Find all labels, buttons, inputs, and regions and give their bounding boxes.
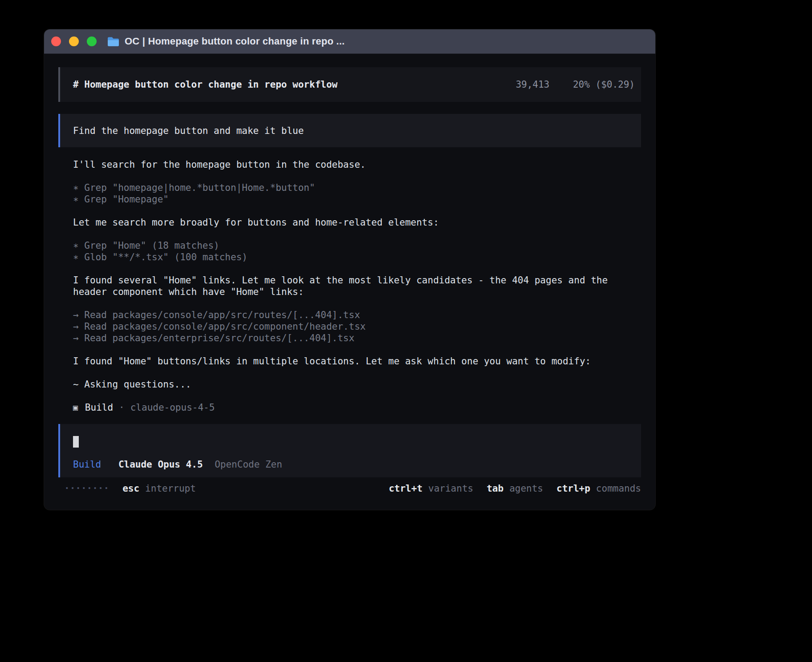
read-tool-call: → Read packages/enterprise/src/routes/[.… <box>73 332 641 344</box>
user-message-text: Find the homepage button and make it blu… <box>73 125 304 137</box>
assistant-text: I found "Home" buttons/links in multiple… <box>73 355 641 367</box>
terminal-window: OC | Homepage button color change in rep… <box>44 29 655 510</box>
commands-hint[interactable]: ctrl+p commands <box>556 483 641 494</box>
text-cursor <box>73 436 79 448</box>
tool-call-group: → Read packages/console/app/src/routes/[… <box>73 309 641 344</box>
session-stats: 39,413 20% ($0.29) <box>516 79 635 90</box>
folder-icon <box>107 36 119 46</box>
input-cursor-line <box>73 436 635 448</box>
agents-hint[interactable]: tab agents <box>487 483 543 494</box>
read-tool-call: → Read packages/console/app/src/componen… <box>73 321 641 332</box>
grep-tool-call: ∗ Grep "Home" (18 matches) <box>73 240 641 251</box>
status-right: ctrl+t variants tab agents ctrl+p comman… <box>389 483 641 494</box>
commands-key: ctrl+p <box>556 483 590 494</box>
agents-key: tab <box>487 483 503 494</box>
tool-call-group: ∗ Grep "homepage|home.*button|Home.*butt… <box>73 182 641 205</box>
window-titlebar[interactable]: OC | Homepage button color change in rep… <box>44 29 655 54</box>
assistant-text: I found several "Home" links. Let me loo… <box>73 274 641 298</box>
status-bar: ········ esc interrupt ctrl+t variants t… <box>58 483 641 494</box>
commands-label: commands <box>596 483 641 494</box>
context-usage: 20% ($0.29) <box>573 79 635 90</box>
agent-icon: ▣ <box>73 402 78 413</box>
asking-questions-status: ~ Asking questions... <box>73 379 641 390</box>
desktop: OC | Homepage button color change in rep… <box>0 0 812 662</box>
agent-info-row: ▣ Build · claude-opus-4-5 <box>73 402 641 413</box>
agent-name: Build <box>85 402 113 413</box>
prompt-input[interactable]: Build Claude Opus 4.5 OpenCode Zen <box>58 424 641 477</box>
grep-tool-call: ∗ Grep "homepage|home.*button|Home.*butt… <box>73 182 641 194</box>
agent-separator: · <box>119 402 125 413</box>
window-title: OC | Homepage button color change in rep… <box>125 36 345 47</box>
user-message: Find the homepage button and make it blu… <box>58 114 641 147</box>
assistant-transcript: I'll search for the homepage button in t… <box>73 159 641 413</box>
grep-tool-call: ∗ Grep "Homepage" <box>73 194 641 205</box>
esc-key[interactable]: esc <box>122 483 139 494</box>
esc-label: interrupt <box>145 483 196 494</box>
provider-label: OpenCode Zen <box>215 459 282 470</box>
agent-model: claude-opus-4-5 <box>130 402 215 413</box>
assistant-text: Let me search more broadly for buttons a… <box>73 217 641 228</box>
tool-call-group: ∗ Grep "Home" (18 matches) ∗ Glob "**/*.… <box>73 240 641 263</box>
window-controls <box>51 36 97 46</box>
spinner-dots: ········ <box>64 483 109 494</box>
variants-label: variants <box>428 483 473 494</box>
zoom-button[interactable] <box>87 36 97 46</box>
session-header: # Homepage button color change in repo w… <box>58 67 641 102</box>
terminal-body: # Homepage button color change in repo w… <box>44 54 655 510</box>
variants-hint[interactable]: ctrl+t variants <box>389 483 473 494</box>
assistant-text: I'll search for the homepage button in t… <box>73 159 641 170</box>
close-button[interactable] <box>51 36 61 46</box>
session-title: # Homepage button color change in repo w… <box>73 79 337 90</box>
token-count: 39,413 <box>516 79 549 90</box>
status-left: ········ esc interrupt <box>64 483 196 494</box>
glob-tool-call: ∗ Glob "**/*.tsx" (100 matches) <box>73 251 641 263</box>
read-tool-call: → Read packages/console/app/src/routes/[… <box>73 309 641 321</box>
variants-key: ctrl+t <box>389 483 422 494</box>
model-label[interactable]: Claude Opus 4.5 <box>118 459 203 470</box>
agent-mode-label[interactable]: Build <box>73 459 101 470</box>
agents-label: agents <box>509 483 543 494</box>
minimize-button[interactable] <box>69 36 79 46</box>
input-meta: Build Claude Opus 4.5 OpenCode Zen <box>73 459 635 470</box>
